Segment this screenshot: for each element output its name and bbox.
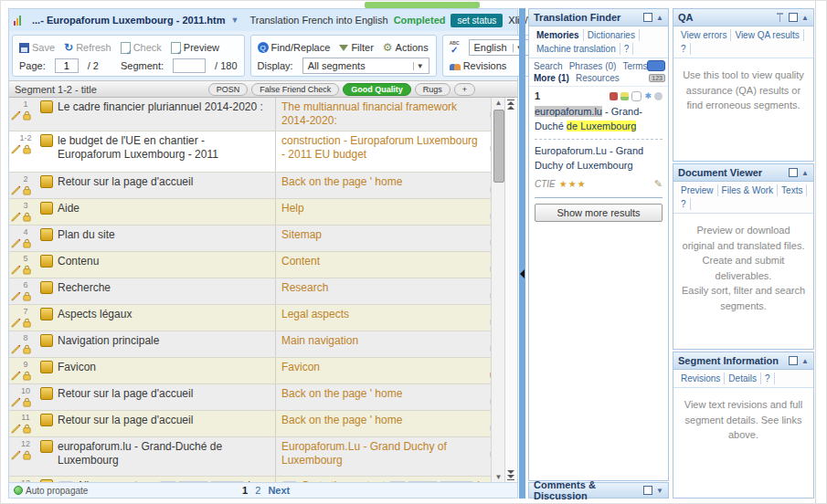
finder-link-more-1[interactable]: More (1) bbox=[534, 73, 569, 83]
qa-badge[interactable]: POSN bbox=[208, 83, 249, 96]
maximize-icon[interactable] bbox=[643, 13, 652, 22]
collapse-icon[interactable]: ▲ bbox=[801, 169, 809, 177]
tm-match-icon[interactable] bbox=[40, 202, 53, 215]
lock-icon[interactable] bbox=[22, 238, 32, 248]
target-cell[interactable]: Europaforum.Lu - Grand Duchy of Luxembou… bbox=[275, 437, 487, 476]
tab-details[interactable]: Details bbox=[725, 373, 761, 384]
target-cell[interactable]: Legal aspects bbox=[275, 305, 487, 331]
table-row[interactable]: 10Retour sur la page d'accueilBack on th… bbox=[9, 384, 493, 411]
document-title[interactable]: ...- Europaforum Luxembourg - 2011.htm bbox=[32, 15, 225, 26]
toggle-view-icon[interactable] bbox=[647, 60, 665, 71]
edit-pencil-icon[interactable] bbox=[11, 238, 21, 248]
source-cell[interactable]: Plan du site bbox=[56, 226, 275, 251]
tm-match-icon[interactable] bbox=[40, 334, 53, 347]
segment-input[interactable] bbox=[173, 58, 206, 73]
source-cell[interactable]: Retour sur la page d'accueil bbox=[56, 411, 275, 436]
tab-[interactable]: ? bbox=[677, 43, 691, 55]
tab-revisions[interactable]: Revisions bbox=[677, 373, 725, 384]
edit-pencil-icon[interactable] bbox=[11, 265, 21, 275]
source-cell[interactable]: Retour sur la page d'accueil bbox=[56, 173, 275, 198]
source-cell[interactable]: le budget de l'UE en chantier - Europafo… bbox=[56, 131, 275, 172]
tm-match-icon[interactable] bbox=[40, 175, 53, 188]
lock-icon[interactable] bbox=[22, 397, 32, 407]
grid-scrollbar[interactable]: ▲ ▼ bbox=[491, 98, 505, 482]
tab-machine-translation[interactable]: Machine translation bbox=[533, 43, 620, 55]
pin-icon[interactable] bbox=[777, 13, 783, 22]
tm-match-icon[interactable] bbox=[40, 414, 53, 426]
tab-view-qa-results[interactable]: View QA results bbox=[731, 29, 803, 41]
info-icon[interactable] bbox=[654, 92, 663, 100]
source-cell[interactable]: Aspects légaux bbox=[56, 305, 275, 331]
tab-dictionaries[interactable]: Dictionaries bbox=[584, 29, 640, 41]
maximize-icon[interactable] bbox=[789, 168, 798, 177]
tm-match-icon[interactable] bbox=[40, 100, 53, 113]
edit-pencil-icon[interactable] bbox=[11, 110, 21, 121]
table-row[interactable]: 8Navigation principaleMain navigationi bbox=[9, 331, 493, 358]
collapse-icon[interactable]: ▲ bbox=[656, 14, 663, 22]
lock-icon[interactable] bbox=[22, 318, 32, 328]
check-button[interactable]: Check bbox=[121, 42, 162, 54]
page-input[interactable] bbox=[55, 58, 79, 73]
tm-match-icon[interactable] bbox=[40, 308, 53, 320]
tab-texts[interactable]: Texts bbox=[778, 184, 807, 196]
actions-button[interactable]: ⚙Actions bbox=[383, 41, 429, 54]
expand-icon[interactable]: ▼ bbox=[656, 487, 663, 495]
numbers-toggle-icon[interactable]: 123 bbox=[649, 74, 665, 82]
edit-pencil-icon[interactable] bbox=[11, 424, 21, 434]
target-cell[interactable]: The multiannual financial framework 2014… bbox=[275, 98, 487, 131]
page-current[interactable]: 1 bbox=[242, 485, 248, 496]
target-cell[interactable]: Back on the page ' home bbox=[275, 411, 487, 436]
lock-icon[interactable] bbox=[22, 144, 32, 154]
auto-propagate-icon[interactable] bbox=[14, 486, 23, 495]
source-cell[interactable]: europaforum.lu - Grand-Duché de Luxembou… bbox=[56, 437, 275, 476]
spellcheck-icon[interactable]: ABC✓ bbox=[450, 41, 460, 55]
qa-badge[interactable]: Rugs bbox=[415, 83, 451, 96]
target-cell[interactable]: Research bbox=[275, 278, 487, 304]
tab-[interactable]: ? bbox=[677, 198, 691, 210]
lock-icon[interactable] bbox=[22, 212, 32, 222]
tab-[interactable]: ? bbox=[620, 43, 634, 55]
set-status-button[interactable]: set status bbox=[451, 14, 503, 27]
lock-icon[interactable] bbox=[22, 344, 32, 354]
lock-icon[interactable] bbox=[22, 424, 32, 434]
refresh-button[interactable]: ↻Refresh bbox=[64, 41, 111, 54]
tm-match-icon[interactable] bbox=[40, 387, 53, 400]
edit-pencil-icon[interactable] bbox=[11, 212, 21, 222]
edit-pencil-icon[interactable]: ✎ bbox=[654, 178, 663, 190]
tm-match-icon[interactable] bbox=[40, 255, 53, 268]
table-row[interactable]: 1-2le budget de l'UE en chantier - Europ… bbox=[9, 131, 493, 173]
table-row[interactable]: 2Retour sur la page d'accueilBack on the… bbox=[9, 173, 493, 199]
tab-view-errors[interactable]: View errors bbox=[677, 29, 731, 41]
table-row[interactable]: 5ContenuContenti bbox=[9, 252, 493, 278]
lock-icon[interactable] bbox=[22, 265, 32, 275]
table-row[interactable]: 9FaviconFaviconi bbox=[9, 358, 493, 384]
scroll-top-icon[interactable] bbox=[507, 100, 514, 110]
collapse-icon[interactable]: ▲ bbox=[801, 357, 809, 365]
scroll-up-icon[interactable]: ▲ bbox=[492, 99, 505, 107]
tm-match-icon[interactable] bbox=[40, 134, 53, 147]
maximize-icon[interactable] bbox=[789, 356, 798, 365]
edit-pencil-icon[interactable] bbox=[11, 344, 21, 354]
show-more-results-button[interactable]: Show more results bbox=[535, 204, 663, 222]
lock-icon[interactable] bbox=[22, 450, 32, 460]
terminology-icon[interactable] bbox=[610, 92, 618, 100]
tab-files-work[interactable]: Files & Work bbox=[718, 184, 779, 196]
maximize-icon[interactable] bbox=[643, 486, 652, 495]
find-replace-button[interactable]: QFind/Replace bbox=[258, 42, 331, 53]
auto-propagate-label[interactable]: Auto propagate bbox=[26, 486, 88, 496]
table-row[interactable]: 1Le cadre financier pluriannuel 2014-202… bbox=[9, 98, 493, 131]
scroll-down-icon[interactable]: ▼ bbox=[492, 473, 505, 481]
collapse-icon[interactable]: ▲ bbox=[801, 14, 809, 22]
filter-button[interactable]: Filter bbox=[339, 42, 373, 53]
tab-preview[interactable]: Preview bbox=[677, 184, 718, 196]
tab-[interactable]: ? bbox=[761, 373, 775, 384]
edit-pencil-icon[interactable] bbox=[11, 185, 21, 195]
statistics-icon[interactable] bbox=[14, 16, 21, 26]
splitter-collapse-handle[interactable] bbox=[519, 8, 525, 499]
table-row[interactable]: 12europaforum.lu - Grand-Duché de Luxemb… bbox=[9, 437, 493, 477]
tm-source-text[interactable]: europaforum.lu - Grand-Duché de Luxembou… bbox=[535, 105, 663, 134]
next-page-link[interactable]: Next bbox=[268, 485, 290, 496]
table-row[interactable]: 11Retour sur la page d'accueilBack on th… bbox=[9, 411, 493, 437]
scroll-bottom-icon[interactable] bbox=[507, 470, 514, 480]
page-scrollbar[interactable] bbox=[504, 98, 517, 482]
